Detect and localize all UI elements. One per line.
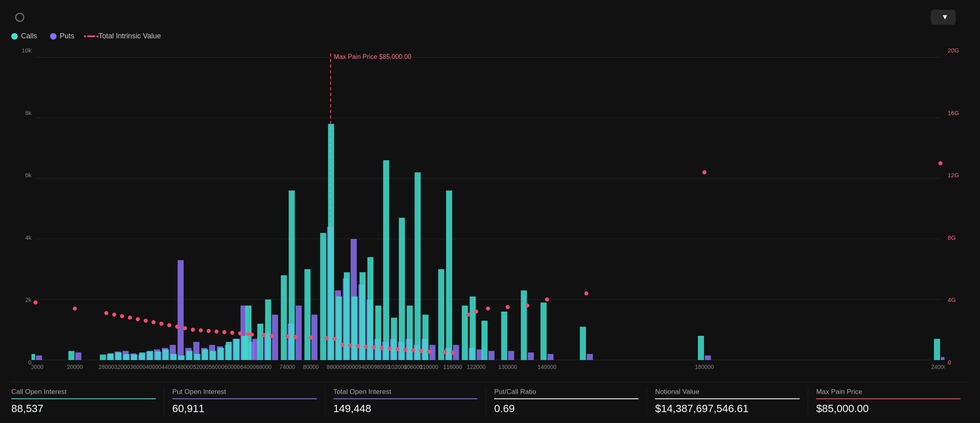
svg-point-124: [183, 326, 187, 330]
svg-point-137: [293, 335, 297, 339]
svg-text:20000: 20000: [67, 364, 83, 370]
svg-rect-107: [587, 354, 593, 360]
stat-underline-3: [494, 398, 639, 399]
svg-point-131: [238, 331, 242, 335]
svg-point-163: [938, 161, 942, 165]
svg-text:180000: 180000: [695, 364, 714, 370]
stat-item-1: Put Open Interest60,911: [164, 388, 325, 415]
svg-rect-38: [202, 350, 208, 360]
svg-rect-109: [705, 356, 711, 360]
svg-point-134: [262, 333, 266, 337]
svg-rect-92: [446, 191, 452, 360]
chevron-down-icon: ▼: [941, 13, 949, 21]
svg-rect-40: [210, 351, 216, 360]
svg-point-112: [34, 301, 38, 305]
svg-rect-104: [540, 303, 547, 360]
stat-label-0: Call Open Interest: [11, 388, 156, 396]
stat-value-5: $85,000.00: [816, 402, 961, 415]
svg-rect-78: [383, 160, 389, 360]
svg-point-129: [222, 330, 226, 334]
svg-rect-58: [289, 191, 295, 360]
svg-point-147: [387, 347, 392, 351]
svg-text:94000: 94000: [358, 364, 374, 370]
svg-rect-96: [470, 297, 476, 360]
svg-rect-24: [147, 351, 153, 360]
svg-rect-42: [218, 348, 224, 360]
svg-point-155: [466, 313, 470, 317]
chart-area: 10k 8k 6k 4k 2k 0 Max Pain Price $85,000…: [11, 45, 969, 380]
svg-text:122000: 122000: [467, 364, 486, 370]
more-options-button[interactable]: [962, 16, 969, 19]
svg-point-148: [396, 347, 400, 351]
svg-point-152: [427, 350, 431, 354]
svg-point-157: [486, 307, 490, 311]
svg-text:240000: 240000: [931, 364, 944, 370]
stat-underline-4: [655, 398, 800, 399]
legend-calls: Calls: [11, 32, 37, 40]
svg-rect-26: [155, 352, 161, 360]
chart-svg: Max Pain Price $85,000.00100002000028000…: [31, 45, 944, 380]
svg-point-135: [270, 334, 274, 338]
svg-point-125: [191, 328, 195, 332]
svg-text:32000: 32000: [114, 364, 130, 370]
svg-point-123: [175, 325, 179, 329]
svg-rect-100: [501, 312, 507, 360]
svg-point-136: [285, 335, 289, 339]
svg-rect-8: [31, 354, 35, 360]
stat-underline-1: [172, 398, 317, 399]
svg-rect-64: [328, 124, 334, 360]
svg-rect-44: [226, 342, 232, 360]
stat-value-3: 0.69: [494, 402, 639, 415]
chart-inner: Max Pain Price $85,000.00100002000028000…: [31, 45, 944, 380]
svg-rect-74: [367, 257, 373, 360]
svg-point-121: [159, 322, 163, 326]
svg-rect-98: [482, 321, 488, 360]
svg-point-151: [419, 349, 423, 353]
svg-point-144: [364, 345, 368, 349]
date-selector-button[interactable]: ▼: [931, 10, 956, 25]
svg-rect-80: [391, 318, 397, 360]
info-icon[interactable]: [15, 13, 24, 22]
svg-point-115: [112, 313, 116, 317]
svg-text:56000: 56000: [209, 364, 224, 370]
svg-point-118: [136, 317, 140, 321]
svg-point-117: [128, 316, 132, 320]
svg-point-154: [450, 351, 454, 355]
svg-rect-11: [75, 352, 81, 360]
svg-point-127: [207, 329, 211, 333]
svg-rect-10: [68, 351, 74, 360]
svg-rect-28: [163, 350, 169, 360]
stat-item-3: Put/Call Ratio0.69: [486, 388, 647, 415]
svg-rect-59: [295, 306, 302, 360]
svg-point-150: [411, 348, 415, 352]
svg-point-153: [443, 350, 447, 354]
legend-intrinsic: Total Intrinsic Value: [87, 32, 161, 40]
stat-label-4: Notional Value: [655, 388, 800, 396]
svg-rect-14: [108, 354, 114, 360]
svg-point-143: [356, 344, 360, 348]
header: ▼: [11, 10, 969, 25]
svg-text:74000: 74000: [279, 364, 295, 370]
svg-rect-46: [234, 339, 240, 360]
svg-rect-76: [375, 306, 381, 360]
svg-point-140: [333, 337, 337, 341]
svg-rect-60: [304, 269, 310, 360]
stat-item-2: Total Open Interest149,448: [325, 388, 486, 415]
stat-value-1: 60,911: [172, 402, 317, 415]
header-left: [11, 13, 24, 22]
svg-rect-30: [171, 354, 177, 360]
svg-point-133: [250, 333, 254, 337]
svg-rect-22: [139, 352, 145, 360]
svg-point-159: [525, 304, 529, 308]
svg-text:68000: 68000: [256, 364, 272, 370]
stat-label-5: Max Pain Price: [816, 388, 961, 396]
svg-rect-56: [281, 275, 287, 360]
svg-rect-101: [508, 351, 514, 360]
svg-text:86000: 86000: [327, 364, 342, 370]
stat-item-4: Notional Value$14,387,697,546.61: [647, 388, 808, 415]
stat-label-3: Put/Call Ratio: [494, 388, 639, 396]
svg-point-116: [120, 314, 124, 318]
stat-label-1: Put Open Interest: [172, 388, 317, 396]
stat-label-2: Total Open Interest: [333, 388, 478, 396]
svg-point-142: [348, 343, 352, 348]
